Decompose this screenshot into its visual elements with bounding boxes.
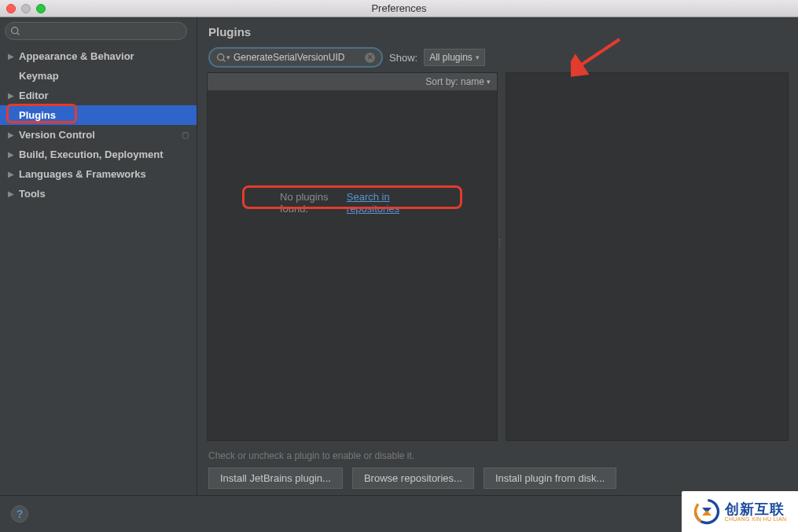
titlebar: Preferences — [0, 0, 798, 17]
show-filter-dropdown[interactable]: All plugins ▾ — [424, 49, 485, 66]
show-label: Show: — [389, 52, 417, 64]
install-from-disk-button[interactable]: Install plugin from disk... — [484, 468, 616, 489]
tree-label: Tools — [19, 188, 46, 200]
help-button[interactable]: ? — [11, 505, 28, 523]
install-jetbrains-button[interactable]: Install JetBrains plugin... — [208, 468, 343, 489]
expand-arrow-icon: ▶ — [8, 170, 19, 178]
window-controls — [6, 4, 46, 13]
clear-search-icon[interactable]: ✕ — [365, 53, 375, 63]
svg-line-5 — [223, 59, 225, 61]
page-title: Plugins — [197, 17, 798, 46]
svg-point-0 — [12, 28, 18, 34]
tree-label: Keymap — [19, 70, 59, 82]
tree-item-plugins[interactable]: Plugins — [0, 105, 197, 125]
tree-label: Version Control — [19, 129, 95, 141]
tree-label: Plugins — [19, 109, 56, 121]
chevron-down-icon: ▾ — [487, 78, 491, 86]
plugin-detail-panel — [506, 72, 789, 441]
tree-item-tools[interactable]: ▶ Tools — [0, 184, 197, 204]
watermark-logo-icon — [693, 498, 720, 525]
resize-handle[interactable]: ···· — [498, 238, 501, 248]
close-window-button[interactable] — [6, 4, 16, 13]
tree-label: Build, Execution, Deployment — [19, 149, 163, 160]
expand-arrow-icon: ▶ — [8, 91, 19, 100]
tree-label: Appearance & Behavior — [19, 50, 134, 62]
content-area: Plugins ▾ ✕ Show: All plugins ▾ — [197, 17, 798, 495]
plugin-search-field[interactable] — [234, 52, 365, 63]
settings-tree: ▶ Appearance & Behavior Keymap ▶ Editor … — [0, 46, 197, 204]
tree-item-appearance[interactable]: ▶ Appearance & Behavior — [0, 46, 197, 66]
watermark: 创新互联 CHUANG XIN HU LIAN — [682, 491, 798, 532]
annotation-highlight — [242, 185, 462, 209]
svg-point-4 — [218, 53, 224, 60]
expand-arrow-icon: ▶ — [8, 150, 19, 159]
chevron-down-icon[interactable]: ▾ — [226, 53, 230, 61]
dropdown-value: All plugins — [429, 52, 473, 63]
tree-item-languages[interactable]: ▶ Languages & Frameworks — [0, 164, 197, 184]
expand-arrow-icon: ▶ — [8, 189, 19, 198]
minimize-window-button[interactable] — [21, 4, 31, 13]
expand-arrow-icon: ▶ — [8, 52, 19, 61]
tree-item-build[interactable]: ▶ Build, Execution, Deployment — [0, 145, 197, 164]
sidebar-search-input[interactable] — [5, 22, 187, 40]
watermark-text-en: CHUANG XIN HU LIAN — [725, 516, 787, 522]
instruction-text: Check or uncheck a plugin to enable or d… — [197, 446, 798, 468]
project-scope-icon: ▢ — [182, 130, 189, 139]
chevron-down-icon: ▾ — [476, 53, 480, 61]
sort-button[interactable]: Sort by: name ▾ — [208, 73, 497, 90]
tree-item-version-control[interactable]: ▶ Version Control ▢ — [0, 125, 197, 145]
sort-label: Sort by: name — [425, 76, 484, 87]
search-icon — [10, 26, 20, 36]
plugin-search-input[interactable]: ▾ ✕ — [208, 47, 383, 68]
plugin-list-panel: Sort by: name ▾ No plugins found. Search… — [207, 72, 498, 441]
expand-arrow-icon: ▶ — [8, 130, 19, 139]
maximize-window-button[interactable] — [36, 4, 46, 13]
watermark-text-cn: 创新互联 — [725, 502, 787, 516]
search-icon — [216, 53, 226, 63]
window-title: Preferences — [371, 2, 426, 14]
tree-label: Languages & Frameworks — [19, 168, 146, 180]
sidebar: ▶ Appearance & Behavior Keymap ▶ Editor … — [0, 17, 197, 495]
tree-label: Editor — [19, 90, 49, 101]
browse-repositories-button[interactable]: Browse repositories... — [352, 468, 474, 489]
tree-item-keymap[interactable]: Keymap — [0, 66, 197, 86]
dialog-footer: ? Cancel — [0, 495, 798, 532]
tree-item-editor[interactable]: ▶ Editor — [0, 86, 197, 105]
svg-line-1 — [17, 33, 19, 35]
